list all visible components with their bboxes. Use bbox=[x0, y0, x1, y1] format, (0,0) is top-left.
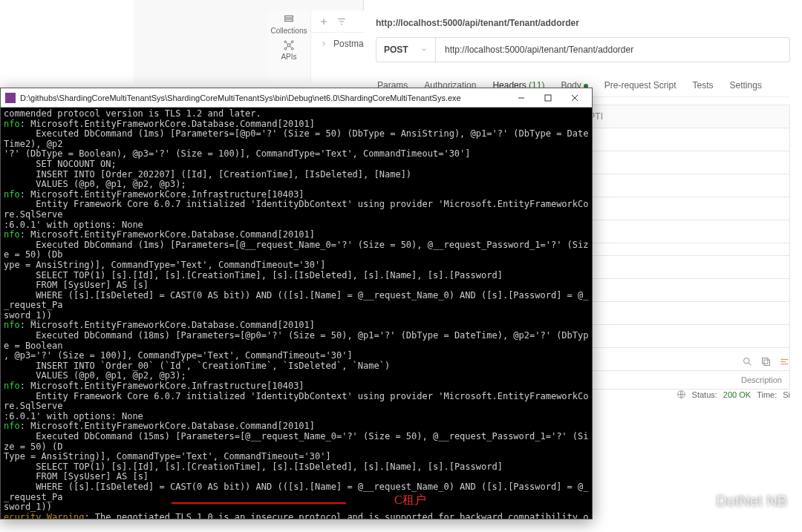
annotation-underline bbox=[172, 502, 346, 504]
console-output[interactable]: commended protocol version is TLS 1.2 an… bbox=[1, 108, 592, 519]
svg-point-5 bbox=[284, 47, 287, 50]
minimize-button[interactable] bbox=[509, 90, 534, 106]
apis-icon bbox=[283, 39, 295, 51]
copy-response-icon[interactable] bbox=[760, 356, 772, 370]
status-code: 200 OK bbox=[723, 390, 751, 399]
tab-settings[interactable]: Settings bbox=[728, 76, 763, 96]
url-input[interactable]: http://localhost:5000/api/tenant/Tenant/… bbox=[436, 38, 789, 62]
size-label: Si bbox=[783, 390, 790, 399]
http-method-value: POST bbox=[384, 45, 408, 55]
collections-icon bbox=[283, 13, 295, 25]
console-titlebar[interactable]: D:\githubs\ShardingCoreMultiTenantSys\Sh… bbox=[1, 88, 592, 108]
wechat-icon bbox=[695, 493, 711, 510]
chevron-right-icon bbox=[320, 40, 327, 47]
response-status-bar: Status: 200 OK Time: Si bbox=[677, 390, 790, 399]
window-controls bbox=[509, 90, 587, 106]
plus-icon[interactable] bbox=[319, 16, 329, 27]
watermark: DotNet NB bbox=[695, 493, 787, 510]
svg-rect-14 bbox=[545, 95, 551, 101]
status-label: Status: bbox=[692, 390, 717, 399]
svg-point-3 bbox=[284, 41, 287, 43]
chevron-down-icon bbox=[420, 46, 428, 53]
svg-rect-12 bbox=[764, 360, 770, 366]
postman-sidebar: Collections APIs bbox=[267, 10, 310, 83]
time-label: Time: bbox=[757, 390, 777, 399]
response-actions bbox=[742, 356, 790, 370]
svg-rect-13 bbox=[763, 358, 769, 364]
sidebar-apis-label: APIs bbox=[281, 53, 296, 61]
watermark-text: DotNet NB bbox=[716, 493, 787, 510]
tab-prerequest[interactable]: Pre-request Script bbox=[603, 76, 678, 96]
tab-tests[interactable]: Tests bbox=[691, 76, 715, 96]
filter-icon[interactable] bbox=[336, 16, 347, 27]
request-url-bar: POST http://localhost:5000/api/tenant/Te… bbox=[376, 37, 790, 62]
close-button[interactable] bbox=[562, 90, 587, 106]
globe-icon bbox=[677, 390, 686, 399]
maximize-button[interactable] bbox=[535, 90, 561, 106]
format-response-icon[interactable] bbox=[779, 356, 790, 370]
search-response-icon[interactable] bbox=[742, 356, 753, 370]
svg-point-4 bbox=[291, 41, 293, 43]
http-method-select[interactable]: POST bbox=[376, 38, 436, 62]
svg-rect-0 bbox=[285, 16, 293, 18]
console-window: D:\githubs\ShardingCoreMultiTenantSys\Sh… bbox=[0, 88, 593, 519]
sidebar-apis[interactable]: APIs bbox=[281, 39, 296, 61]
annotation-label: C租户 bbox=[394, 493, 426, 508]
svg-point-11 bbox=[744, 358, 750, 364]
sidebar-collections-label: Collections bbox=[271, 27, 307, 35]
console-title-text: D:\githubs\ShardingCoreMultiTenantSys\Sh… bbox=[20, 93, 461, 102]
svg-point-6 bbox=[291, 47, 293, 50]
console-app-icon bbox=[5, 93, 16, 103]
request-tab-title[interactable]: http://localhost:5000/api/tenant/Tenant/… bbox=[364, 18, 802, 28]
postman-left-area: Collections APIs Postman Echo bbox=[134, 0, 364, 83]
sidebar-collections[interactable]: Collections bbox=[271, 13, 307, 35]
svg-rect-1 bbox=[285, 19, 293, 22]
